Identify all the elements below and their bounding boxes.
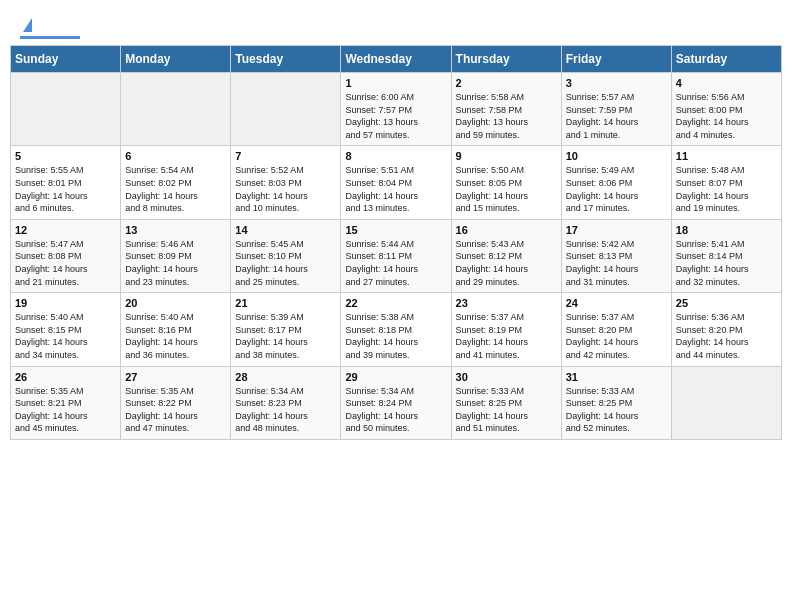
day-header-thursday: Thursday [451, 46, 561, 73]
calendar-cell: 23Sunrise: 5:37 AM Sunset: 8:19 PM Dayli… [451, 293, 561, 366]
day-header-saturday: Saturday [671, 46, 781, 73]
day-info: Sunrise: 5:57 AM Sunset: 7:59 PM Dayligh… [566, 91, 667, 141]
calendar-week-row: 5Sunrise: 5:55 AM Sunset: 8:01 PM Daylig… [11, 146, 782, 219]
day-info: Sunrise: 5:40 AM Sunset: 8:15 PM Dayligh… [15, 311, 116, 361]
day-info: Sunrise: 5:42 AM Sunset: 8:13 PM Dayligh… [566, 238, 667, 288]
logo [20, 18, 80, 39]
calendar-cell: 18Sunrise: 5:41 AM Sunset: 8:14 PM Dayli… [671, 219, 781, 292]
day-number: 23 [456, 297, 557, 309]
day-number: 1 [345, 77, 446, 89]
calendar-cell: 13Sunrise: 5:46 AM Sunset: 8:09 PM Dayli… [121, 219, 231, 292]
day-number: 7 [235, 150, 336, 162]
day-number: 8 [345, 150, 446, 162]
calendar-cell: 19Sunrise: 5:40 AM Sunset: 8:15 PM Dayli… [11, 293, 121, 366]
calendar-cell: 29Sunrise: 5:34 AM Sunset: 8:24 PM Dayli… [341, 366, 451, 439]
day-info: Sunrise: 5:37 AM Sunset: 8:20 PM Dayligh… [566, 311, 667, 361]
day-info: Sunrise: 5:43 AM Sunset: 8:12 PM Dayligh… [456, 238, 557, 288]
calendar-cell: 25Sunrise: 5:36 AM Sunset: 8:20 PM Dayli… [671, 293, 781, 366]
day-info: Sunrise: 5:48 AM Sunset: 8:07 PM Dayligh… [676, 164, 777, 214]
day-header-wednesday: Wednesday [341, 46, 451, 73]
day-info: Sunrise: 5:35 AM Sunset: 8:22 PM Dayligh… [125, 385, 226, 435]
day-number: 27 [125, 371, 226, 383]
calendar-cell: 26Sunrise: 5:35 AM Sunset: 8:21 PM Dayli… [11, 366, 121, 439]
calendar-cell [231, 73, 341, 146]
day-header-monday: Monday [121, 46, 231, 73]
day-info: Sunrise: 5:45 AM Sunset: 8:10 PM Dayligh… [235, 238, 336, 288]
calendar-cell [121, 73, 231, 146]
day-info: Sunrise: 5:38 AM Sunset: 8:18 PM Dayligh… [345, 311, 446, 361]
day-info: Sunrise: 5:44 AM Sunset: 8:11 PM Dayligh… [345, 238, 446, 288]
day-number: 22 [345, 297, 446, 309]
day-info: Sunrise: 5:50 AM Sunset: 8:05 PM Dayligh… [456, 164, 557, 214]
day-info: Sunrise: 5:34 AM Sunset: 8:24 PM Dayligh… [345, 385, 446, 435]
day-number: 14 [235, 224, 336, 236]
calendar-cell: 11Sunrise: 5:48 AM Sunset: 8:07 PM Dayli… [671, 146, 781, 219]
day-number: 4 [676, 77, 777, 89]
day-info: Sunrise: 6:00 AM Sunset: 7:57 PM Dayligh… [345, 91, 446, 141]
day-number: 21 [235, 297, 336, 309]
day-number: 10 [566, 150, 667, 162]
calendar-cell: 17Sunrise: 5:42 AM Sunset: 8:13 PM Dayli… [561, 219, 671, 292]
calendar-cell: 21Sunrise: 5:39 AM Sunset: 8:17 PM Dayli… [231, 293, 341, 366]
calendar-cell: 16Sunrise: 5:43 AM Sunset: 8:12 PM Dayli… [451, 219, 561, 292]
calendar-cell: 4Sunrise: 5:56 AM Sunset: 8:00 PM Daylig… [671, 73, 781, 146]
calendar-table: SundayMondayTuesdayWednesdayThursdayFrid… [10, 45, 782, 440]
day-number: 26 [15, 371, 116, 383]
day-number: 13 [125, 224, 226, 236]
calendar-week-row: 26Sunrise: 5:35 AM Sunset: 8:21 PM Dayli… [11, 366, 782, 439]
calendar-cell: 10Sunrise: 5:49 AM Sunset: 8:06 PM Dayli… [561, 146, 671, 219]
day-info: Sunrise: 5:34 AM Sunset: 8:23 PM Dayligh… [235, 385, 336, 435]
day-info: Sunrise: 5:37 AM Sunset: 8:19 PM Dayligh… [456, 311, 557, 361]
day-info: Sunrise: 5:40 AM Sunset: 8:16 PM Dayligh… [125, 311, 226, 361]
day-number: 30 [456, 371, 557, 383]
day-info: Sunrise: 5:47 AM Sunset: 8:08 PM Dayligh… [15, 238, 116, 288]
calendar-cell: 7Sunrise: 5:52 AM Sunset: 8:03 PM Daylig… [231, 146, 341, 219]
day-info: Sunrise: 5:39 AM Sunset: 8:17 PM Dayligh… [235, 311, 336, 361]
day-info: Sunrise: 5:36 AM Sunset: 8:20 PM Dayligh… [676, 311, 777, 361]
day-info: Sunrise: 5:33 AM Sunset: 8:25 PM Dayligh… [456, 385, 557, 435]
calendar-cell: 14Sunrise: 5:45 AM Sunset: 8:10 PM Dayli… [231, 219, 341, 292]
day-header-tuesday: Tuesday [231, 46, 341, 73]
day-number: 11 [676, 150, 777, 162]
calendar-header-row: SundayMondayTuesdayWednesdayThursdayFrid… [11, 46, 782, 73]
day-number: 24 [566, 297, 667, 309]
day-info: Sunrise: 5:52 AM Sunset: 8:03 PM Dayligh… [235, 164, 336, 214]
calendar-cell: 6Sunrise: 5:54 AM Sunset: 8:02 PM Daylig… [121, 146, 231, 219]
day-number: 25 [676, 297, 777, 309]
day-number: 31 [566, 371, 667, 383]
day-info: Sunrise: 5:54 AM Sunset: 8:02 PM Dayligh… [125, 164, 226, 214]
calendar-week-row: 1Sunrise: 6:00 AM Sunset: 7:57 PM Daylig… [11, 73, 782, 146]
day-number: 9 [456, 150, 557, 162]
day-number: 6 [125, 150, 226, 162]
day-info: Sunrise: 5:55 AM Sunset: 8:01 PM Dayligh… [15, 164, 116, 214]
day-info: Sunrise: 5:46 AM Sunset: 8:09 PM Dayligh… [125, 238, 226, 288]
day-info: Sunrise: 5:35 AM Sunset: 8:21 PM Dayligh… [15, 385, 116, 435]
calendar-cell: 30Sunrise: 5:33 AM Sunset: 8:25 PM Dayli… [451, 366, 561, 439]
calendar-cell: 15Sunrise: 5:44 AM Sunset: 8:11 PM Dayli… [341, 219, 451, 292]
day-info: Sunrise: 5:41 AM Sunset: 8:14 PM Dayligh… [676, 238, 777, 288]
day-number: 16 [456, 224, 557, 236]
calendar-cell: 2Sunrise: 5:58 AM Sunset: 7:58 PM Daylig… [451, 73, 561, 146]
day-number: 15 [345, 224, 446, 236]
day-header-friday: Friday [561, 46, 671, 73]
calendar-cell: 24Sunrise: 5:37 AM Sunset: 8:20 PM Dayli… [561, 293, 671, 366]
calendar-cell: 12Sunrise: 5:47 AM Sunset: 8:08 PM Dayli… [11, 219, 121, 292]
calendar-cell [671, 366, 781, 439]
calendar-cell: 3Sunrise: 5:57 AM Sunset: 7:59 PM Daylig… [561, 73, 671, 146]
calendar-cell: 22Sunrise: 5:38 AM Sunset: 8:18 PM Dayli… [341, 293, 451, 366]
day-number: 29 [345, 371, 446, 383]
day-info: Sunrise: 5:49 AM Sunset: 8:06 PM Dayligh… [566, 164, 667, 214]
day-number: 5 [15, 150, 116, 162]
calendar-cell: 31Sunrise: 5:33 AM Sunset: 8:25 PM Dayli… [561, 366, 671, 439]
day-number: 19 [15, 297, 116, 309]
day-info: Sunrise: 5:56 AM Sunset: 8:00 PM Dayligh… [676, 91, 777, 141]
calendar-cell: 5Sunrise: 5:55 AM Sunset: 8:01 PM Daylig… [11, 146, 121, 219]
day-number: 3 [566, 77, 667, 89]
day-info: Sunrise: 5:58 AM Sunset: 7:58 PM Dayligh… [456, 91, 557, 141]
calendar-week-row: 19Sunrise: 5:40 AM Sunset: 8:15 PM Dayli… [11, 293, 782, 366]
day-number: 18 [676, 224, 777, 236]
day-info: Sunrise: 5:51 AM Sunset: 8:04 PM Dayligh… [345, 164, 446, 214]
calendar-cell: 1Sunrise: 6:00 AM Sunset: 7:57 PM Daylig… [341, 73, 451, 146]
calendar-cell [11, 73, 121, 146]
logo-underline [20, 36, 80, 39]
